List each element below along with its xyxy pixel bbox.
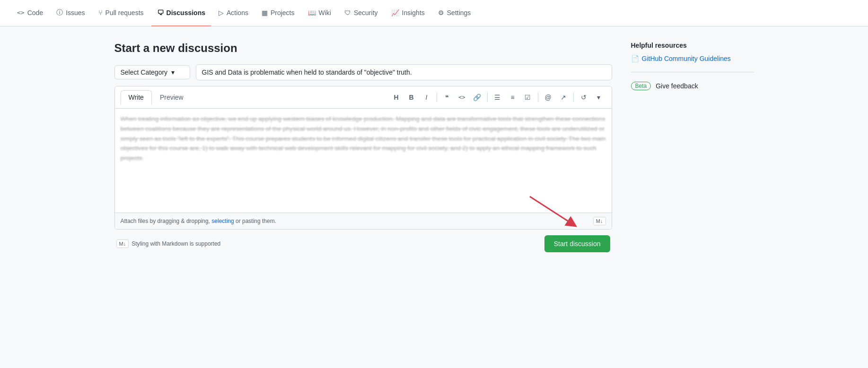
beta-feedback-row: Beta Give feedback [631, 82, 754, 90]
nav-security[interactable]: 🛡 Security [339, 0, 384, 26]
selecting-link[interactable]: selecting [211, 218, 234, 224]
document-icon: 📄 [631, 55, 639, 62]
toolbar-ordered-list-btn[interactable]: ≡ [506, 91, 520, 104]
toolbar-link-btn[interactable]: 🔗 [470, 91, 484, 104]
sidebar-divider [631, 72, 754, 72]
give-feedback-link[interactable]: Give feedback [656, 82, 698, 90]
community-guidelines-link[interactable]: 📄 GitHub Community Guidelines [631, 55, 754, 62]
attach-text: Attach files by dragging & dropping, sel… [121, 218, 277, 224]
toolbar-unordered-list-btn[interactable]: ☰ [491, 91, 505, 104]
security-icon: 🛡 [344, 9, 351, 17]
discussions-icon: 🗨 [157, 9, 164, 17]
toolbar-reference-btn[interactable]: ↗ [556, 91, 570, 104]
nav-code[interactable]: <> Code [11, 0, 49, 26]
nav-issues[interactable]: ⓘ Issues [51, 0, 90, 26]
helpful-resources-title: Helpful resources [631, 42, 754, 49]
toolbar-undo-dropdown-btn[interactable]: ▾ [592, 91, 606, 104]
nav-actions[interactable]: ▷ Actions [213, 0, 254, 26]
nav-wiki[interactable]: 📖 Wiki [302, 0, 337, 26]
toolbar-code-btn[interactable]: <> [455, 91, 469, 104]
toolbar-separator-3 [538, 93, 538, 102]
code-icon: <> [17, 9, 25, 16]
nav-pull-requests[interactable]: ⑂ Pull requests [93, 0, 149, 26]
toolbar-separator-1 [437, 93, 437, 102]
wiki-icon: 📖 [308, 9, 316, 17]
category-label: Select Category [121, 68, 168, 76]
toolbar-task-list-btn[interactable]: ☑ [521, 91, 535, 104]
top-nav: <> Code ⓘ Issues ⑂ Pull requests 🗨 Discu… [0, 0, 868, 26]
nav-settings[interactable]: ⚙ Settings [432, 0, 477, 26]
nav-projects[interactable]: ▦ Projects [256, 0, 300, 26]
chevron-down-icon: ▾ [171, 68, 175, 76]
toolbar-mention-btn[interactable]: @ [541, 91, 555, 104]
tab-write[interactable]: Write [121, 90, 152, 105]
markdown-note: M↓ Styling with Markdown is supported [116, 240, 221, 248]
editor-tabs: Write Preview [121, 90, 192, 104]
actions-icon: ▷ [219, 9, 224, 17]
pull-requests-icon: ⑂ [98, 9, 103, 17]
page-title: Start a new discussion [114, 42, 612, 55]
start-btn-wrapper: Start discussion [544, 235, 610, 252]
start-discussion-button[interactable]: Start discussion [544, 235, 610, 252]
nav-discussions[interactable]: 🗨 Discussions [151, 0, 211, 26]
editor-content: When treating information as objective, … [121, 114, 606, 163]
discussion-title-input[interactable] [196, 64, 612, 80]
markdown-note-icon: M↓ [116, 240, 129, 248]
beta-badge: Beta [631, 82, 651, 90]
nav-insights[interactable]: 📈 Insights [386, 0, 430, 26]
markdown-footer-icon: M↓ [593, 217, 606, 225]
toolbar-italic-btn[interactable]: I [420, 91, 434, 104]
bottom-bar: M↓ Styling with Markdown is supported St… [114, 235, 612, 252]
helpful-resources-section: Helpful resources 📄 GitHub Community Gui… [631, 42, 754, 62]
toolbar-undo-btn[interactable]: ↺ [577, 91, 591, 104]
toolbar-quote-btn[interactable]: ❝ [440, 91, 454, 104]
editor-container: Write Preview H B I [114, 86, 612, 230]
insights-icon: 📈 [391, 9, 399, 17]
toolbar-separator-4 [573, 93, 574, 102]
editor-footer: Attach files by dragging & dropping, sel… [115, 213, 612, 229]
issues-icon: ⓘ [56, 9, 63, 17]
projects-icon: ▦ [262, 9, 268, 17]
main-content: Start a new discussion Select Category ▾… [114, 42, 612, 252]
toolbar-icons: H B I ❝ <> 🔗 [389, 91, 606, 104]
sidebar: Helpful resources 📄 GitHub Community Gui… [631, 42, 754, 252]
editor-body[interactable]: When treating information as objective, … [115, 109, 612, 213]
settings-icon: ⚙ [438, 9, 444, 17]
category-select[interactable]: Select Category ▾ [114, 65, 190, 79]
title-row: Select Category ▾ [114, 64, 612, 80]
toolbar-bold-btn[interactable]: B [404, 91, 419, 104]
toolbar-heading-btn[interactable]: H [389, 91, 403, 104]
tab-preview[interactable]: Preview [152, 90, 192, 104]
toolbar-separator-2 [487, 93, 488, 102]
markdown-note-text: Styling with Markdown is supported [132, 240, 220, 247]
editor-tabs-toolbar: Write Preview H B I [115, 86, 612, 109]
